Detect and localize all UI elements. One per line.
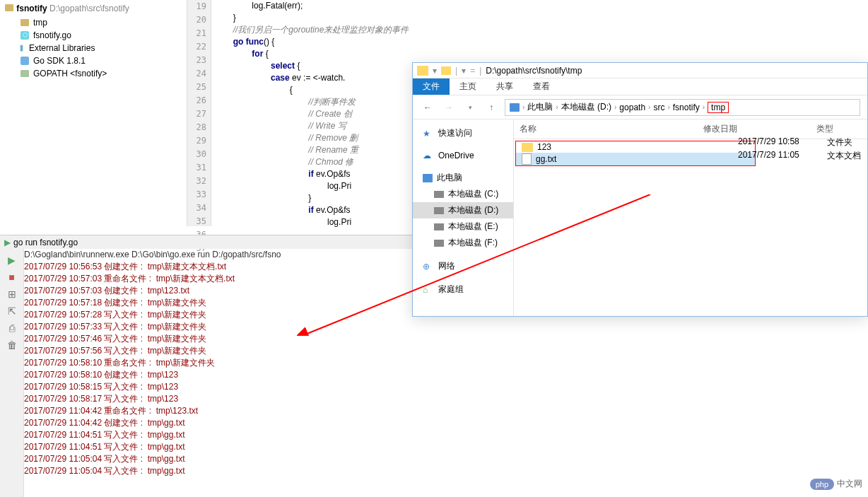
- editor-gutter: 19202122232425262728293031323334353637: [187, 0, 211, 226]
- nav-homegroup[interactable]: ⌂家庭组: [413, 281, 513, 298]
- tree-label: GOPATH <fsnotify>: [33, 69, 107, 78]
- header-date[interactable]: 修改日期: [698, 119, 811, 139]
- address-path[interactable]: › 此电脑› 本地磁盘 (D:)› gopath› src› fsnotify›…: [505, 99, 860, 116]
- tree-item-fsnotify-go[interactable]: ⬡ fsnotify.go: [0, 29, 187, 42]
- nav-label: 家庭组: [438, 283, 464, 296]
- crumb-gopath[interactable]: gopath: [619, 103, 645, 112]
- stop-icon[interactable]: ■: [6, 271, 18, 283]
- tree-item-external-libraries[interactable]: ⦀ External Libraries: [0, 42, 187, 54]
- drive-icon: [434, 191, 444, 198]
- title-separator: =: [470, 66, 475, 76]
- crumb-src[interactable]: src: [653, 103, 664, 112]
- folder-icon: [20, 69, 30, 78]
- nav-label: 本地磁盘 (E:): [448, 221, 498, 233]
- breadcrumb: fsnotify D:\gopath\src\fsnotify: [0, 0, 187, 16]
- tab-home[interactable]: 主页: [450, 78, 486, 95]
- back-button[interactable]: ←: [420, 100, 435, 115]
- tree-label: External Libraries: [29, 43, 95, 53]
- homegroup-icon: ⌂: [423, 285, 434, 295]
- play-icon: ▶: [4, 238, 11, 247]
- tree-item-gopath[interactable]: GOPATH <fsnotify>: [0, 67, 187, 80]
- trash-icon[interactable]: 🗑: [6, 339, 18, 351]
- nav-quick-access[interactable]: ★快速访问: [413, 125, 513, 141]
- nav-label: 本地磁盘 (F:): [448, 237, 498, 249]
- crumb-thispc[interactable]: 此电脑: [527, 101, 553, 113]
- run-config-name[interactable]: go run fsnotify.go: [13, 238, 78, 247]
- header-type[interactable]: 类型: [811, 119, 867, 139]
- drive-icon: [434, 223, 444, 230]
- nav-network[interactable]: ⊕网络: [413, 258, 513, 274]
- pc-icon: [423, 174, 433, 182]
- history-dropdown[interactable]: ▾: [462, 100, 478, 115]
- library-icon: ⦀: [17, 44, 25, 52]
- explorer-nav-tree: ★快速访问 ☁OneDrive 此电脑 本地磁盘 (C:) 本地磁盘 (D:) …: [413, 119, 514, 316]
- cloud-icon: ☁: [423, 151, 434, 160]
- file-name: 123: [537, 142, 551, 152]
- network-icon: ⊕: [423, 262, 434, 271]
- file-explorer-window: ▾ | ▾ = | D:\gopath\src\fsnotify\tmp 文件 …: [412, 62, 868, 317]
- up-button[interactable]: ↑: [483, 100, 499, 115]
- nav-thispc[interactable]: 此电脑: [413, 170, 513, 186]
- header-name[interactable]: 名称: [514, 119, 698, 139]
- list-row-file[interactable]: gg.txt: [516, 153, 755, 165]
- list-row-folder[interactable]: 123: [516, 141, 755, 153]
- folder-icon: [20, 18, 30, 28]
- file-name: gg.txt: [536, 154, 556, 164]
- folder-icon: [4, 3, 14, 13]
- nav-label: 快速访问: [438, 127, 472, 139]
- explorer-address-bar: ← → ▾ ↑ › 此电脑› 本地磁盘 (D:)› gopath› src› f…: [413, 95, 867, 119]
- watermark-text: 中文网: [837, 478, 862, 490]
- nav-label: 此电脑: [437, 172, 462, 184]
- window-title-path: D:\gopath\src\fsnotify\tmp: [486, 66, 582, 76]
- nav-drive-f[interactable]: 本地磁盘 (F:): [413, 235, 513, 251]
- tree-label: Go SDK 1.8.1: [33, 56, 86, 66]
- explorer-file-list: 名称 修改日期 类型 123 gg.txt 2017/7/29 10:58 20…: [514, 119, 867, 316]
- watermark-badge: php: [810, 479, 834, 490]
- explorer-titlebar[interactable]: ▾ | ▾ = | D:\gopath\src\fsnotify\tmp: [413, 63, 867, 78]
- tab-view[interactable]: 查看: [523, 78, 560, 95]
- crumb-tmp[interactable]: tmp: [708, 102, 729, 113]
- pc-icon: [510, 103, 520, 112]
- console-toolbar: ▶ ■ ⊞ ⇱ ⎙ 🗑: [0, 249, 24, 497]
- tree-label: fsnotify.go: [33, 30, 71, 40]
- nav-label: 网络: [438, 260, 455, 272]
- watermark: php 中文网: [810, 478, 862, 490]
- forward-button[interactable]: →: [441, 100, 457, 115]
- file-type: 文件夹: [827, 136, 852, 148]
- nav-drive-d[interactable]: 本地磁盘 (D:): [413, 202, 513, 218]
- project-path: D:\gopath\src\fsnotify: [49, 4, 129, 13]
- project-tree: fsnotify D:\gopath\src\fsnotify tmp ⬡ fs…: [0, 0, 187, 226]
- run-tool-header: ▶ go run fsnotify.go: [0, 235, 412, 249]
- sdk-icon: [20, 56, 30, 66]
- nav-label: 本地磁盘 (C:): [448, 188, 498, 200]
- star-icon: ★: [423, 129, 434, 139]
- explorer-ribbon: 文件 主页 共享 查看: [413, 78, 867, 95]
- nav-drive-e[interactable]: 本地磁盘 (E:): [413, 218, 513, 235]
- project-name: fsnotify: [16, 4, 47, 13]
- crumb-fsnotify[interactable]: fsnotify: [673, 103, 700, 112]
- file-date: 2017/7/29 11:05: [738, 150, 799, 160]
- console-output[interactable]: D:\Gogland\bin\runnerw.exe D:\Go\bin\go.…: [24, 249, 412, 497]
- folder-icon: [522, 143, 533, 152]
- export-icon[interactable]: ⇱: [6, 305, 18, 317]
- print-icon[interactable]: ⎙: [6, 322, 18, 334]
- tree-item-tmp[interactable]: tmp: [0, 16, 187, 29]
- crumb-drive[interactable]: 本地磁盘 (D:): [561, 101, 611, 113]
- tree-label: tmp: [33, 18, 47, 28]
- nav-drive-c[interactable]: 本地磁盘 (C:): [413, 186, 513, 202]
- nav-label: OneDrive: [438, 151, 474, 160]
- file-type: 文本文档: [827, 150, 861, 162]
- rerun-icon[interactable]: ▶: [6, 255, 18, 266]
- app-icon: [441, 66, 451, 75]
- tab-share[interactable]: 共享: [486, 78, 523, 95]
- tab-file[interactable]: 文件: [413, 78, 450, 95]
- go-file-icon: ⬡: [20, 30, 30, 40]
- layout-icon[interactable]: ⊞: [6, 288, 18, 300]
- drive-icon: [434, 240, 444, 247]
- text-file-icon: [522, 153, 532, 165]
- tree-item-go-sdk[interactable]: Go SDK 1.8.1: [0, 54, 187, 67]
- file-date: 2017/7/29 10:58: [738, 136, 799, 146]
- nav-onedrive[interactable]: ☁OneDrive: [413, 148, 513, 163]
- drive-icon: [434, 207, 444, 214]
- folder-icon: [417, 66, 428, 76]
